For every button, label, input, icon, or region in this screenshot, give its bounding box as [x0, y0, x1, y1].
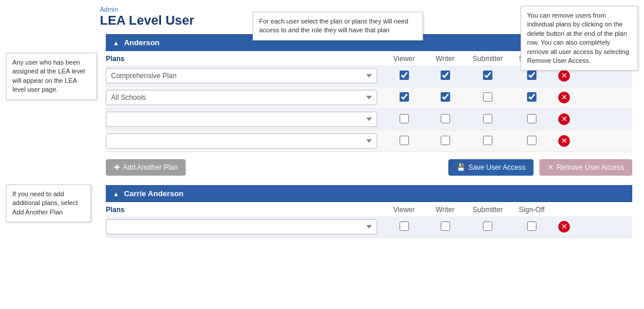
delete-btn-1[interactable]: ✕	[552, 70, 576, 82]
viewer-checkbox-4[interactable]	[400, 136, 409, 145]
signoff-checkbox-3[interactable]	[527, 114, 536, 123]
submitter-cell-u2-1	[464, 221, 511, 233]
delete-icon-4[interactable]: ✕	[558, 135, 570, 147]
plan-select-wrapper	[106, 112, 382, 127]
submitter-checkbox-3[interactable]	[483, 114, 492, 123]
col-submitter-label: Submitter	[464, 55, 511, 63]
delete-btn-u2-1[interactable]: ✕	[552, 221, 576, 233]
submitter-checkbox-u2-1[interactable]	[483, 221, 492, 231]
plan-select-2[interactable]: All Schools	[106, 90, 377, 105]
user2-chevron-icon[interactable]: ▲	[113, 190, 119, 197]
writer-checkbox-u2-1[interactable]	[441, 221, 450, 231]
col-signoff-label2: Sign-Off	[511, 206, 552, 214]
signoff-cell-1	[511, 70, 552, 82]
delete-icon-1[interactable]: ✕	[558, 70, 570, 82]
save-user-access-button[interactable]: 💾 Save User Access	[448, 159, 534, 176]
plan-select-u2-1[interactable]	[106, 219, 377, 234]
writer-cell-2	[426, 92, 464, 103]
signoff-checkbox-1[interactable]	[527, 70, 536, 80]
delete-btn-3[interactable]: ✕	[552, 113, 576, 125]
signoff-cell-4	[511, 136, 552, 147]
col-writer-label2: Writer	[426, 206, 464, 214]
user1-name: Anderson	[124, 38, 160, 47]
plan-row: ✕	[106, 130, 632, 152]
save-icon: 💾	[457, 163, 465, 172]
plan-select-3[interactable]	[106, 112, 377, 127]
user1-chevron-icon[interactable]: ▲	[113, 39, 119, 46]
remove-icon: ✕	[548, 163, 554, 172]
submitter-checkbox-1[interactable]	[483, 70, 492, 80]
plan-row: ✕	[106, 216, 632, 238]
writer-checkbox-1[interactable]	[441, 70, 450, 80]
submitter-checkbox-4[interactable]	[483, 136, 492, 145]
tooltip-right: You can remove users from individual pla…	[521, 6, 638, 70]
submitter-checkbox-2[interactable]	[483, 92, 492, 102]
tooltip-center: For each user select the plan or plans t…	[253, 12, 423, 41]
col-submitter-label2: Submitter	[464, 206, 511, 214]
remove-user-access-button[interactable]: ✕ Remove User Access	[539, 159, 632, 176]
col-plans-label: Plans	[106, 55, 382, 63]
plan-select-1[interactable]: Comprehensive Plan	[106, 68, 377, 83]
delete-icon-2[interactable]: ✕	[558, 92, 570, 103]
plan-select-wrapper	[106, 133, 382, 149]
submitter-cell-4	[464, 136, 511, 147]
plan-select-wrapper: Comprehensive Plan	[106, 68, 382, 83]
plan-row: ✕	[106, 109, 632, 130]
viewer-checkbox-u2-1[interactable]	[400, 221, 409, 231]
writer-cell-4	[426, 136, 464, 147]
plan-row: All Schools ✕	[106, 87, 632, 109]
submitter-cell-1	[464, 70, 511, 82]
plan-select-wrapper: All Schools	[106, 90, 382, 105]
user2-header: ▲ Carrie Anderson	[106, 185, 632, 202]
writer-checkbox-2[interactable]	[441, 92, 450, 102]
delete-btn-2[interactable]: ✕	[552, 92, 576, 103]
action-row-user1: ✚ Add Another Plan 💾 Save User Access ✕ …	[106, 157, 632, 178]
signoff-cell-u2-1	[511, 221, 552, 233]
writer-cell-u2-1	[426, 221, 464, 233]
writer-checkbox-4[interactable]	[441, 136, 450, 145]
col-viewer-label2: Viewer	[382, 206, 426, 214]
col-viewer-label: Viewer	[382, 55, 426, 63]
tooltip-addplan: If you need to add additional plans, sel…	[6, 184, 91, 222]
viewer-cell-2	[382, 92, 426, 103]
viewer-checkbox-3[interactable]	[400, 114, 409, 123]
user2-name: Carrie Anderson	[124, 189, 183, 198]
viewer-cell-3	[382, 114, 426, 125]
delete-icon-3[interactable]: ✕	[558, 113, 570, 125]
viewer-cell-4	[382, 136, 426, 147]
tooltip-lea: Any user who has been assigned at the LE…	[6, 53, 97, 100]
submitter-cell-2	[464, 92, 511, 103]
writer-cell-3	[426, 114, 464, 125]
plus-icon: ✚	[114, 163, 120, 172]
col-writer-label: Writer	[426, 55, 464, 63]
writer-checkbox-3[interactable]	[441, 114, 450, 123]
viewer-cell-u2-1	[382, 221, 426, 233]
delete-icon-u2-1[interactable]: ✕	[558, 221, 570, 233]
signoff-cell-2	[511, 92, 552, 103]
viewer-checkbox-1[interactable]	[400, 70, 409, 80]
signoff-checkbox-2[interactable]	[527, 92, 536, 102]
signoff-checkbox-u2-1[interactable]	[527, 221, 536, 231]
viewer-cell-1	[382, 70, 426, 82]
viewer-checkbox-2[interactable]	[400, 92, 409, 102]
signoff-checkbox-4[interactable]	[527, 136, 536, 145]
submitter-cell-3	[464, 114, 511, 125]
add-another-plan-button[interactable]: ✚ Add Another Plan	[106, 159, 186, 176]
signoff-cell-3	[511, 114, 552, 125]
plan-select-4[interactable]	[106, 133, 377, 149]
col-headers-user2: Plans Viewer Writer Submitter Sign-Off	[106, 203, 632, 216]
right-buttons: 💾 Save User Access ✕ Remove User Access	[448, 159, 632, 176]
delete-btn-4[interactable]: ✕	[552, 135, 576, 147]
user2-section: ▲ Carrie Anderson Plans Viewer Writer Su…	[106, 185, 632, 238]
writer-cell-1	[426, 70, 464, 82]
col-plans-label2: Plans	[106, 206, 382, 214]
plan-select-wrapper	[106, 219, 382, 234]
